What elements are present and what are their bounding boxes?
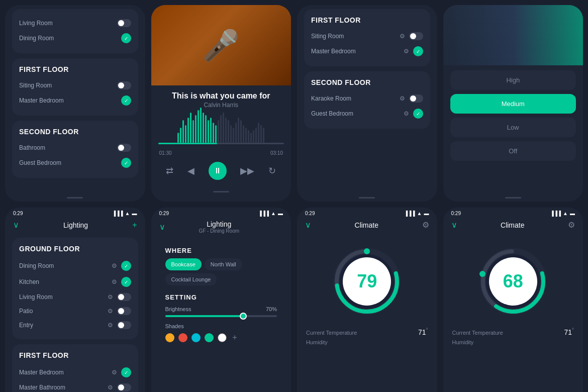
room-row-master: Master Bedroom ✓	[19, 92, 131, 109]
play-pause-button[interactable]: ⏸	[209, 162, 227, 180]
shuffle-button[interactable]: ⇄	[166, 165, 173, 176]
check-guest-gear[interactable]: ✓	[413, 109, 423, 119]
status-icons-1: ▐▐▐ ▲ ▬	[112, 211, 137, 216]
prev-button[interactable]: ◀	[187, 165, 194, 176]
gear-icon-guest[interactable]: ⚙	[404, 110, 409, 117]
gear-icon-kitchen[interactable]: ⚙	[112, 278, 117, 285]
room-controls-entry: ⚙	[108, 321, 131, 329]
gear-icon-master-2[interactable]: ⚙	[112, 369, 117, 376]
nav-title-1: Lighting	[19, 221, 132, 229]
toggle-sitting[interactable]	[117, 81, 131, 89]
color-dot-1[interactable]	[178, 333, 187, 342]
chip-cocktail[interactable]: Cocktail Lounge	[165, 273, 217, 285]
room-row-sitting-gear: Siting Room ⚙	[311, 29, 423, 43]
toggle-sitting-gear[interactable]	[409, 32, 423, 40]
nav-back-3[interactable]: ∨	[305, 220, 311, 230]
toggle-karaoke[interactable]	[409, 94, 423, 103]
progress-bar-fill	[158, 143, 218, 144]
room-controls-dining-2: ⚙ ✓	[112, 261, 131, 271]
setting-title: SETTING	[165, 293, 277, 301]
check-guest[interactable]: ✓	[121, 158, 131, 168]
toggle-living[interactable]	[117, 19, 131, 27]
check-kitchen[interactable]: ✓	[121, 277, 131, 287]
toggle-bathroom[interactable]	[117, 144, 131, 152]
current-temp-val-68: 71°	[564, 327, 574, 336]
color-dots: ＋	[165, 332, 277, 343]
room-controls-patio: ⚙	[108, 307, 131, 315]
lighting-where-scroll[interactable]: WHERE Bookcase North Wall Cocktail Loung…	[151, 238, 291, 392]
gear-icon-patio[interactable]: ⚙	[108, 308, 113, 315]
room-name-dining: Dining Room	[19, 35, 54, 42]
music-controls: ⇄ ◀ ⏸ ▶▶ ↻	[151, 158, 291, 187]
next-button[interactable]: ▶▶	[240, 165, 254, 176]
repeat-button[interactable]: ↻	[268, 165, 276, 176]
color-dot-3[interactable]	[205, 333, 214, 342]
toggle-living-2[interactable]	[117, 293, 131, 301]
nav-back-4[interactable]: ∨	[451, 220, 457, 230]
nav-plus-1[interactable]: +	[132, 221, 137, 230]
room-row-master-gear: Master Bedroom ⚙ ✓	[311, 43, 423, 59]
lighting-rooms-scroll[interactable]: Living Room Dining Room ✓ FIRST FLOOR Si…	[5, 5, 145, 193]
check-master-2[interactable]: ✓	[121, 367, 131, 377]
climate-content-79: 79 Current Temperature 71° Humidity	[297, 234, 437, 392]
dial-wrap-79[interactable]: 79	[329, 244, 405, 319]
progress-bar-wrap[interactable]	[151, 143, 291, 148]
rooms-gear-scroll[interactable]: FIRST FLOOR Siting Room ⚙ Master Bedroom…	[297, 5, 437, 193]
climate-info-68: Current Temperature 71° Humidity	[450, 324, 576, 345]
room-name-master-bath: Master Bathroom	[19, 384, 65, 391]
brightness-thumb[interactable]	[240, 313, 247, 320]
gear-icon-dining-2[interactable]: ⚙	[112, 262, 117, 269]
add-color-button[interactable]: ＋	[231, 332, 239, 343]
gear-icon-living-2[interactable]: ⚙	[108, 293, 113, 301]
current-temp-val-79: 71°	[418, 327, 428, 336]
intensity-low-button[interactable]: Low	[450, 118, 576, 137]
ground-floor-section: GROUND FLOOR Dining Room ⚙ ✓ Kitchen ⚙ ✓	[12, 238, 138, 339]
scroll-indicator-music	[151, 187, 291, 195]
wifi-icon-2: ▲	[271, 211, 276, 216]
color-dot-0[interactable]	[165, 333, 174, 342]
lighting-all-rooms-card: 0:29 ▐▐▐ ▲ ▬ ∨ Lighting + GROUND FLOOR D…	[5, 208, 145, 392]
nav-back-2[interactable]: ∨	[159, 222, 165, 232]
where-section: WHERE Bookcase North Wall Cocktail Loung…	[158, 242, 284, 288]
nav-back-1[interactable]: ∨	[13, 220, 19, 230]
nav-gear-4[interactable]: ⚙	[568, 220, 575, 230]
room-row-master-bath: Master Bathroom ⚙	[19, 380, 131, 392]
humidity-label-68: Humidity	[452, 339, 474, 345]
top-row: Living Room Dining Room ✓ FIRST FLOOR Si…	[5, 5, 583, 202]
gear-icon-master[interactable]: ⚙	[404, 48, 409, 55]
check-dining-2[interactable]: ✓	[121, 261, 131, 271]
check-master[interactable]: ✓	[121, 95, 131, 106]
gear-icon-entry[interactable]: ⚙	[108, 322, 113, 329]
room-controls-bathroom	[117, 144, 131, 152]
current-temp-row-79: Current Temperature 71°	[306, 327, 428, 336]
room-controls-master-2: ⚙ ✓	[112, 367, 131, 377]
toggle-patio[interactable]	[117, 307, 131, 315]
gear-icon-karaoke[interactable]: ⚙	[400, 95, 405, 102]
check-dining[interactable]: ✓	[121, 33, 131, 43]
chip-north-wall[interactable]: North Wall	[205, 258, 242, 270]
humidity-label-79: Humidity	[306, 339, 328, 345]
gear-icon-sitting[interactable]: ⚙	[400, 33, 405, 40]
room-row-living: Living Room	[19, 16, 131, 30]
shades-label: Shades	[165, 323, 184, 329]
status-bar-1: 0:29 ▐▐▐ ▲ ▬	[5, 208, 145, 218]
wifi-icon-4: ▲	[563, 211, 568, 216]
intensity-off-button[interactable]: Off	[450, 141, 576, 161]
gear-icon-master-bath[interactable]: ⚙	[108, 384, 113, 391]
toggle-master-bath[interactable]	[117, 383, 131, 391]
room-row-guest: Guest Bedroom ✓	[19, 155, 131, 171]
dial-wrap-68[interactable]: 68	[475, 244, 551, 319]
color-dot-4[interactable]	[218, 333, 227, 342]
shades-row: Shades	[165, 323, 277, 329]
chip-bookcase[interactable]: Bookcase	[165, 258, 202, 270]
toggle-entry[interactable]	[117, 321, 131, 329]
intensity-high-button[interactable]: High	[450, 70, 576, 90]
brightness-slider[interactable]	[165, 315, 277, 317]
color-dot-2[interactable]	[191, 333, 201, 342]
lighting-rooms-scroll-2[interactable]: GROUND FLOOR Dining Room ⚙ ✓ Kitchen ⚙ ✓	[5, 234, 145, 392]
lighting-rooms-card: Living Room Dining Room ✓ FIRST FLOOR Si…	[5, 5, 145, 202]
nav-gear-3[interactable]: ⚙	[422, 220, 429, 230]
music-title: This is what you came for	[159, 91, 283, 101]
intensity-medium-button[interactable]: Medium	[450, 94, 576, 114]
check-master-gear[interactable]: ✓	[413, 46, 423, 56]
